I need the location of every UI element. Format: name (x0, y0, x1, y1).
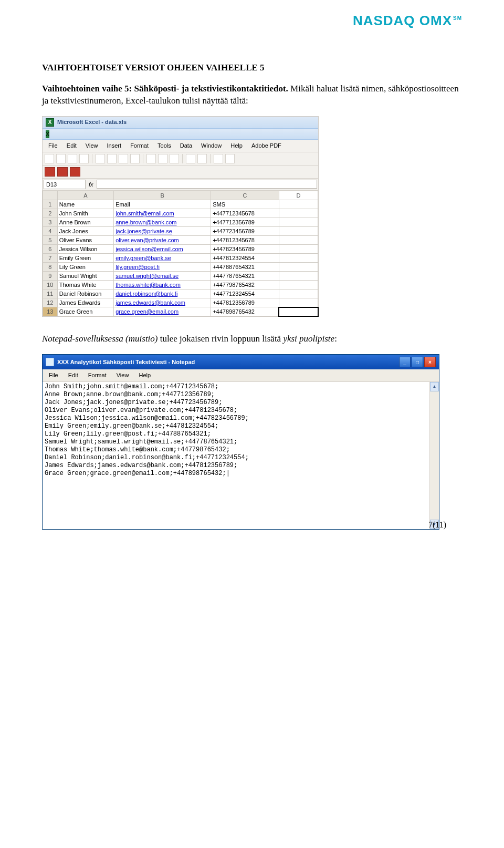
menu-insert[interactable]: Insert (103, 141, 125, 151)
cell[interactable]: +447887654321 (211, 263, 279, 272)
cell[interactable]: Grace Green (57, 307, 113, 316)
scroll-up-icon[interactable]: ▲ (430, 382, 439, 391)
cell[interactable]: Jessica Wilson (57, 245, 113, 254)
cell[interactable]: +447787654321 (211, 272, 279, 281)
pdf-email-icon[interactable] (57, 167, 68, 177)
hyperlink-icon[interactable] (214, 154, 223, 163)
np-menu-file[interactable]: File (45, 370, 62, 380)
pdf-export-icon[interactable] (45, 167, 55, 177)
table-row[interactable]: 9Samuel Wrightsamuel.wright@email.se+447… (43, 272, 318, 281)
notepad-scrollbar[interactable]: ▲ ▼ (429, 382, 439, 529)
table-row[interactable]: 5Oliver Evansoliver.evan@private.com+447… (43, 236, 318, 245)
paste-icon[interactable] (170, 154, 179, 163)
cell[interactable]: +447812324554 (211, 254, 279, 263)
np-menu-help[interactable]: Help (134, 370, 155, 380)
minimize-button[interactable]: _ (399, 357, 411, 367)
cell[interactable]: +447812356789 (211, 298, 279, 307)
cell[interactable] (279, 218, 318, 227)
row-header[interactable]: 5 (43, 236, 58, 245)
permission-icon[interactable] (79, 154, 89, 163)
spellcheck-icon[interactable] (119, 154, 128, 163)
cell[interactable]: +447712324554 (211, 289, 279, 298)
cell[interactable]: Daniel Robinson (57, 289, 113, 298)
cut-icon[interactable] (146, 154, 156, 163)
pdf-review-icon[interactable] (70, 167, 80, 177)
cell[interactable]: daniel.robinson@bank.fi (114, 289, 211, 298)
col-header-a[interactable]: A (57, 191, 113, 200)
np-menu-view[interactable]: View (112, 370, 133, 380)
table-row[interactable]: 7Emily Greenemily.green@bank.se+44781232… (43, 254, 318, 263)
row-header[interactable]: 8 (43, 263, 58, 272)
cell[interactable]: anne.brown@bank.com (114, 218, 211, 227)
table-row[interactable]: 2John Smithjohn.smith@email.com+44771234… (43, 209, 318, 218)
menu-edit[interactable]: Edit (63, 141, 80, 151)
formula-bar[interactable] (97, 180, 317, 189)
table-row[interactable]: 8Lily Greenlily.green@post.fi+4478876543… (43, 263, 318, 272)
cell[interactable]: Email (114, 200, 211, 209)
cell[interactable]: +447898765432 (211, 307, 279, 316)
print-icon[interactable] (96, 154, 105, 163)
cell[interactable]: Lily Green (57, 263, 113, 272)
cell[interactable]: SMS (211, 200, 279, 209)
menu-adobe-pdf[interactable]: Adobe PDF (248, 141, 285, 151)
cell[interactable]: Emily Green (57, 254, 113, 263)
row-header[interactable]: 7 (43, 254, 58, 263)
new-icon[interactable] (45, 154, 54, 163)
row-header[interactable]: 10 (43, 281, 58, 289)
notepad-textarea[interactable]: John Smith;john.smith@email.com;+4477123… (43, 382, 429, 529)
copy-icon[interactable] (158, 154, 167, 163)
cell[interactable]: +447712356789 (211, 218, 279, 227)
cell[interactable]: samuel.wright@email.se (114, 272, 211, 281)
maximize-button[interactable]: □ (412, 357, 423, 367)
menu-window[interactable]: Window (197, 141, 225, 151)
redo-icon[interactable] (197, 154, 207, 163)
row-header[interactable]: 9 (43, 272, 58, 281)
row-header[interactable]: 6 (43, 245, 58, 254)
cell[interactable]: Jack Jones (57, 227, 113, 236)
cell[interactable] (279, 272, 318, 281)
autosum-icon[interactable] (225, 154, 235, 163)
table-row[interactable]: 6Jessica Wilsonjessica.wilson@email.com+… (43, 245, 318, 254)
cell[interactable]: jessica.wilson@email.com (114, 245, 211, 254)
undo-icon[interactable] (186, 154, 195, 163)
select-all-corner[interactable] (43, 191, 58, 200)
row-header[interactable]: 12 (43, 298, 58, 307)
cell[interactable]: Anne Brown (57, 218, 113, 227)
menu-help[interactable]: Help (227, 141, 246, 151)
row-header[interactable]: 3 (43, 218, 58, 227)
cell[interactable]: lily.green@post.fi (114, 263, 211, 272)
table-row[interactable]: 13Grace Greengrace.green@email.com+44789… (43, 307, 318, 316)
row-header[interactable]: 1 (43, 200, 58, 209)
cell[interactable] (279, 227, 318, 236)
cell[interactable] (279, 263, 318, 272)
cell[interactable]: Name (57, 200, 113, 209)
spreadsheet-grid[interactable]: A B C D 1NameEmailSMS2John Smithjohn.smi… (43, 191, 318, 316)
np-menu-edit[interactable]: Edit (64, 370, 82, 380)
row-header[interactable]: 11 (43, 289, 58, 298)
cell[interactable]: james.edwards@bank.com (114, 298, 211, 307)
menu-file[interactable]: File (45, 141, 61, 151)
cell[interactable] (279, 236, 318, 245)
open-icon[interactable] (56, 154, 66, 163)
row-header[interactable]: 13 (43, 307, 58, 316)
np-menu-format[interactable]: Format (84, 370, 111, 380)
cell[interactable]: Oliver Evans (57, 236, 113, 245)
col-header-d[interactable]: D (279, 191, 318, 200)
cell[interactable] (279, 209, 318, 218)
row-header[interactable]: 4 (43, 227, 58, 236)
cell[interactable]: +447712345678 (211, 209, 279, 218)
research-icon[interactable] (130, 154, 140, 163)
cell[interactable] (279, 307, 318, 316)
print-preview-icon[interactable] (107, 154, 117, 163)
cell[interactable]: Samuel Wright (57, 272, 113, 281)
save-icon[interactable] (68, 154, 77, 163)
table-row[interactable]: 12James Edwardsjames.edwards@bank.com+44… (43, 298, 318, 307)
cell[interactable]: James Edwards (57, 298, 113, 307)
cell[interactable]: oliver.evan@private.com (114, 236, 211, 245)
menu-view[interactable]: View (82, 141, 102, 151)
cell[interactable]: grace.green@email.com (114, 307, 211, 316)
cell[interactable]: +447823456789 (211, 245, 279, 254)
cell[interactable] (279, 245, 318, 254)
menu-data[interactable]: Data (176, 141, 196, 151)
cell[interactable]: +447798765432 (211, 281, 279, 289)
